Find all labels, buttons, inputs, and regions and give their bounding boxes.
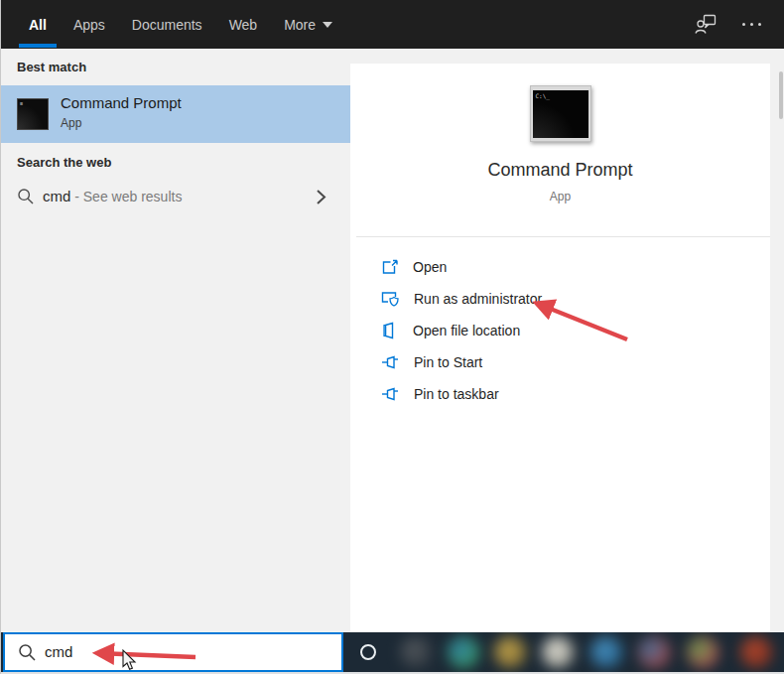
open-icon: [381, 258, 399, 276]
tab-all[interactable]: All: [29, 17, 47, 33]
tab-web[interactable]: Web: [229, 17, 258, 33]
action-open[interactable]: Open: [350, 251, 770, 283]
command-prompt-icon: ≡: [17, 98, 49, 130]
blurred-app-6-icon[interactable]: [638, 636, 670, 668]
folder-location-icon: [381, 322, 399, 339]
result-subtitle: App: [61, 116, 81, 130]
action-label: Pin to Start: [414, 354, 482, 370]
filter-tabs: All Apps Documents Web More: [29, 0, 332, 49]
blurred-app-3-icon[interactable]: [494, 636, 526, 668]
action-label: Pin to taskbar: [414, 386, 499, 402]
tab-more[interactable]: More: [284, 17, 332, 33]
web-search-result[interactable]: cmd - See web results: [1, 179, 350, 216]
scrollbar-thumb[interactable]: [779, 71, 783, 119]
action-label: Open: [413, 259, 447, 275]
results-panel: Best match ≡ Command Prompt App Search t…: [1, 49, 350, 631]
action-label: Run as administrator: [414, 291, 542, 307]
terminal-glyph: ≡: [20, 100, 23, 106]
blurred-app-8-icon[interactable]: [740, 636, 772, 668]
cortana-icon[interactable]: [360, 644, 376, 660]
tab-more-label: More: [284, 17, 316, 33]
divider: [356, 236, 770, 237]
blurred-app-1-icon[interactable]: [400, 636, 432, 668]
best-match-result[interactable]: ≡ Command Prompt App: [1, 85, 350, 143]
preview-panel: C:\_ Command Prompt App Open Run as admi…: [350, 64, 770, 633]
blurred-app-4-icon[interactable]: [542, 636, 574, 668]
more-options-icon[interactable]: [742, 23, 761, 26]
search-web-header: Search the web: [17, 155, 111, 170]
tab-apps[interactable]: Apps: [73, 17, 105, 33]
chevron-right-icon[interactable]: [316, 189, 327, 205]
chevron-down-icon: [323, 22, 332, 28]
app-type-label: App: [350, 190, 770, 203]
run-as-admin-shield-icon: [381, 290, 400, 308]
blurred-app-5-icon[interactable]: [590, 636, 622, 668]
pin-icon: [381, 353, 400, 371]
action-pin-to-taskbar[interactable]: Pin to taskbar: [350, 378, 770, 410]
action-label: Open file location: [413, 323, 520, 338]
tab-documents[interactable]: Documents: [132, 17, 202, 33]
active-tab-indicator: [19, 44, 57, 48]
action-open-file-location[interactable]: Open file location: [350, 315, 770, 346]
web-query-suffix: - See web results: [70, 189, 182, 204]
pin-icon: [381, 385, 400, 403]
blurred-app-7-icon[interactable]: [687, 636, 719, 668]
command-prompt-icon-large: C:\_: [530, 85, 591, 142]
taskbar-search-box[interactable]: cmd: [3, 632, 343, 672]
terminal-glyph: C:\_: [536, 92, 550, 99]
search-filter-bar: All Apps Documents Web More: [1, 0, 784, 49]
best-match-header: Best match: [17, 60, 86, 74]
blurred-app-2-icon[interactable]: [448, 636, 479, 668]
search-icon: [18, 643, 37, 662]
web-query-text: cmd: [43, 188, 70, 204]
result-title: Command Prompt: [61, 94, 182, 111]
feedback-icon[interactable]: [695, 14, 717, 35]
context-actions: Open Run as administrator Open file loca…: [350, 251, 770, 410]
search-input-value: cmd: [45, 643, 72, 660]
windows-search-flyout: All Apps Documents Web More Best match: [0, 0, 784, 674]
action-pin-to-start[interactable]: Pin to Start: [350, 346, 770, 378]
action-run-as-administrator[interactable]: Run as administrator: [350, 283, 770, 315]
search-icon: [17, 188, 35, 205]
app-title: Command Prompt: [350, 160, 770, 181]
